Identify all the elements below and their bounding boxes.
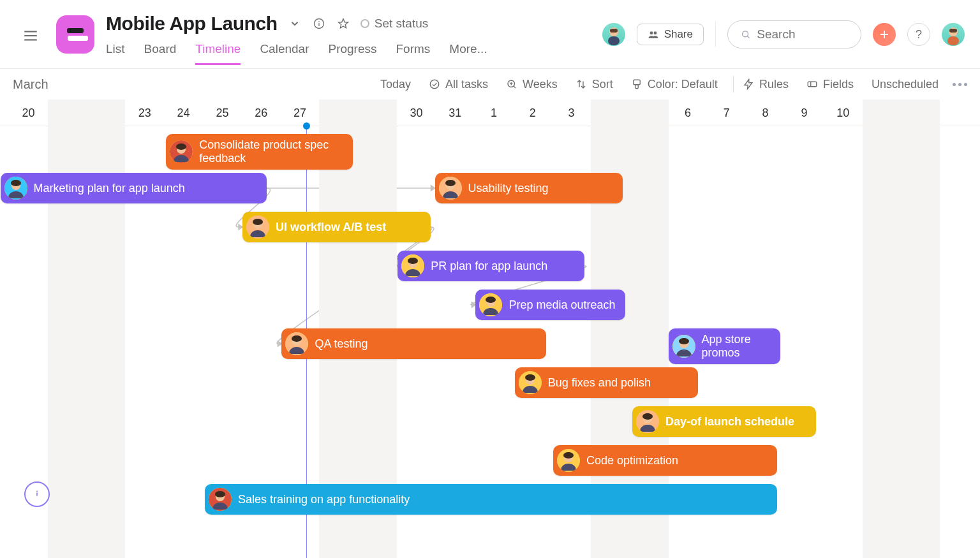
task-bug-fixes[interactable]: Bug fixes and polish [515, 367, 698, 398]
svg-rect-24 [634, 80, 641, 85]
date-23[interactable]: 23 [125, 99, 164, 126]
date-2[interactable]: 2 [513, 99, 552, 126]
weekend-band [863, 99, 940, 558]
tab-list[interactable]: List [106, 42, 125, 64]
assignee-avatar [4, 177, 27, 200]
date-3[interactable]: 3 [552, 99, 591, 126]
date-25[interactable]: 25 [203, 99, 242, 126]
date-26[interactable]: 26 [242, 99, 281, 126]
global-add-button[interactable] [873, 23, 896, 46]
assignee-avatar [439, 177, 462, 200]
color-select[interactable]: Color: Default [631, 78, 718, 91]
date-24[interactable]: 24 [164, 99, 203, 126]
assignee-avatar [636, 410, 659, 433]
svg-point-5 [318, 21, 320, 22]
task-app-store[interactable]: App store promos [669, 328, 780, 364]
svg-rect-25 [635, 85, 639, 89]
assignee-avatar [401, 254, 424, 277]
svg-point-19 [430, 80, 439, 89]
date-7[interactable]: 7 [707, 99, 746, 126]
svg-point-12 [743, 31, 748, 37]
zoom-select[interactable]: Weeks [506, 78, 558, 91]
task-day-of[interactable]: Day-of launch schedule [632, 406, 816, 437]
date-20[interactable]: 20 [9, 99, 48, 126]
app-header: Mobile App Launch Set status ListBoardTi… [0, 0, 980, 69]
fields-icon [806, 78, 818, 90]
zoom-icon [506, 78, 517, 90]
chevron-down-icon[interactable] [288, 17, 302, 31]
svg-rect-18 [949, 29, 957, 33]
svg-marker-6 [338, 19, 348, 28]
fields-button[interactable]: Fields [806, 78, 854, 91]
svg-point-58 [679, 338, 689, 344]
member-avatar[interactable] [602, 23, 625, 46]
date-6[interactable]: 6 [669, 99, 708, 126]
hamburger-menu-icon[interactable] [15, 20, 46, 51]
tab-timeline[interactable]: Timeline [195, 42, 241, 64]
tab-calendar[interactable]: Calendar [260, 42, 309, 64]
project-title[interactable]: Mobile App Launch [106, 13, 278, 34]
task-sales[interactable]: Sales training on app functionality [205, 484, 777, 515]
tab-forms[interactable]: Forms [396, 42, 431, 64]
task-code-opt[interactable]: Code optimization [553, 445, 777, 476]
svg-rect-9 [610, 29, 618, 33]
timeline-toolbar: March Today All tasks Weeks Sort Color: … [0, 69, 980, 99]
task-marketing[interactable]: Marketing plan for app launch [1, 173, 267, 203]
set-status-label: Set status [375, 17, 429, 31]
rules-button[interactable]: Rules [743, 78, 789, 91]
divider [715, 22, 716, 47]
star-icon[interactable] [336, 17, 350, 31]
set-status-button[interactable]: Set status [360, 17, 429, 31]
date-31[interactable]: 31 [436, 99, 475, 126]
filter-all-tasks[interactable]: All tasks [429, 78, 488, 91]
tab-more[interactable]: More... [449, 42, 487, 64]
status-circle-icon [360, 19, 369, 28]
info-icon[interactable] [312, 17, 326, 31]
task-prep-media[interactable]: Prep media outreach [475, 290, 625, 320]
date-10[interactable]: 10 [824, 99, 863, 126]
month-label: March [13, 77, 48, 92]
paint-icon [631, 78, 642, 90]
today-button[interactable]: Today [380, 78, 411, 91]
task-ui-ab[interactable]: UI workflow A/B test [242, 212, 431, 242]
user-avatar[interactable] [942, 23, 965, 46]
floating-help-button[interactable] [24, 481, 50, 507]
svg-point-64 [642, 413, 653, 420]
timeline: 202122232425262728293031123456789101112 … [0, 99, 980, 558]
tab-progress[interactable]: Progress [328, 42, 376, 64]
date-1[interactable]: 1 [475, 99, 514, 126]
assignee-avatar [557, 449, 580, 472]
help-button[interactable]: ? [907, 23, 930, 46]
timeline-grid[interactable]: Consolidate product spec feedbackMarketi… [0, 126, 980, 558]
assignee-avatar [672, 335, 695, 358]
date-9[interactable]: 9 [785, 99, 824, 126]
svg-point-46 [253, 219, 263, 225]
task-pr-plan[interactable]: PR plan for app launch [397, 251, 584, 281]
date-8[interactable]: 8 [746, 99, 785, 126]
search-input[interactable] [757, 27, 848, 41]
task-consolidate[interactable]: Consolidate product spec feedback [166, 134, 353, 170]
svg-point-49 [408, 258, 418, 264]
more-options-icon[interactable] [953, 83, 967, 86]
assignee-avatar [285, 332, 308, 355]
task-usability[interactable]: Usability testing [435, 173, 623, 203]
sort-button[interactable]: Sort [575, 78, 613, 91]
svg-point-43 [445, 180, 456, 186]
tab-board[interactable]: Board [144, 42, 177, 64]
project-color-icon[interactable] [56, 15, 94, 54]
svg-rect-8 [608, 36, 620, 45]
check-circle-icon [429, 78, 440, 90]
search-box[interactable] [727, 20, 861, 48]
task-label: QA testing [315, 337, 368, 351]
svg-rect-17 [947, 36, 959, 45]
svg-point-67 [563, 452, 574, 459]
svg-point-52 [486, 297, 496, 303]
share-label: Share [664, 28, 693, 41]
date-30[interactable]: 30 [397, 99, 436, 126]
task-qa[interactable]: QA testing [281, 328, 546, 359]
svg-marker-26 [745, 80, 752, 89]
unscheduled-button[interactable]: Unscheduled [872, 78, 939, 91]
assignee-avatar [246, 216, 269, 239]
date-27[interactable]: 27 [281, 99, 320, 126]
share-button[interactable]: Share [637, 24, 704, 45]
